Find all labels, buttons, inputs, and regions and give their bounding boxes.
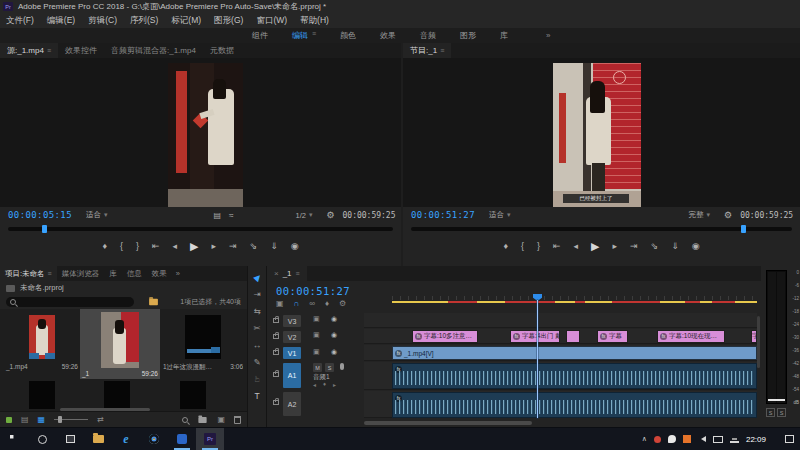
lock-icon[interactable] xyxy=(273,334,279,339)
item-name[interactable]: 1过年这浪漫翻… xyxy=(163,363,212,372)
program-timecode[interactable]: 00:00:51:27 xyxy=(411,210,475,220)
program-fit-dropdown[interactable]: 适合▾ xyxy=(489,210,511,220)
source-playhead[interactable] xyxy=(42,225,47,233)
workspace-menu-icon[interactable]: ≡ xyxy=(312,30,316,41)
source-scrubber[interactable] xyxy=(8,227,393,231)
eye-icon[interactable]: ◉ xyxy=(331,315,337,323)
tab-metadata[interactable]: 元数据 xyxy=(203,43,241,58)
search-input[interactable] xyxy=(6,297,134,307)
step-back-icon[interactable]: ◂ xyxy=(173,241,178,251)
new-item-icon[interactable]: ▣ xyxy=(217,415,225,424)
lock-icon[interactable] xyxy=(273,318,279,323)
volume-icon[interactable] xyxy=(698,436,706,442)
snap-icon[interactable]: ∩ xyxy=(294,299,300,308)
eye-icon[interactable]: ◉ xyxy=(331,348,337,356)
program-settings-wrench-icon[interactable]: ⚙ xyxy=(724,210,732,220)
menu-file[interactable]: 文件(F) xyxy=(6,15,34,27)
network-icon[interactable] xyxy=(730,436,739,443)
add-marker-icon[interactable]: ♦ xyxy=(503,241,508,251)
workspace-color[interactable]: 颜色 xyxy=(340,30,356,41)
menu-markers[interactable]: 标记(M) xyxy=(171,15,201,27)
hand-tool[interactable]: ☞ xyxy=(252,375,262,383)
subtitle-clip[interactable]: fx字幕 xyxy=(597,330,628,343)
panel-menu-icon[interactable]: ≡ xyxy=(47,47,51,54)
program-resolution-dropdown[interactable]: 完整▾ xyxy=(689,210,711,220)
go-to-out-icon[interactable]: ⇥ xyxy=(630,241,638,251)
source-zoom-dropdown[interactable]: 1/2▾ xyxy=(295,211,312,220)
menu-sequence[interactable]: 序列(S) xyxy=(130,15,158,27)
project-item[interactable]: _1.mp4 59:26 xyxy=(6,313,78,375)
lock-icon[interactable] xyxy=(273,372,279,377)
drag-audio-icon[interactable]: ≈ xyxy=(229,211,233,220)
sync-lock-icon[interactable]: ▣ xyxy=(313,331,320,339)
start-button[interactable] xyxy=(0,428,28,450)
cortana-search-button[interactable] xyxy=(28,428,56,450)
keyboard-input-icon[interactable] xyxy=(713,436,723,443)
sync-lock-icon[interactable]: ▣ xyxy=(313,348,320,356)
tray-chevron-icon[interactable]: ∧ xyxy=(642,435,647,443)
project-item-thumb[interactable] xyxy=(180,381,206,409)
bin-folder-icon[interactable] xyxy=(149,299,158,305)
subtitle-clip[interactable]: fx字幕:4出门 戴… xyxy=(510,330,560,343)
play-icon[interactable]: ▶ xyxy=(190,240,198,253)
program-scrubber[interactable] xyxy=(411,227,792,231)
premiere-taskbar-button[interactable]: Pr xyxy=(196,428,224,450)
tray-app-red-icon[interactable] xyxy=(654,436,661,443)
workspace-assembly[interactable]: 组件 xyxy=(252,30,268,41)
subtitle-clip[interactable]: fx字幕:10多注意… xyxy=(412,330,478,343)
workspace-audio[interactable]: 音频 xyxy=(420,30,436,41)
menu-edit[interactable]: 编辑(E) xyxy=(47,15,75,27)
timeline-settings-wrench-icon[interactable]: ⚙ xyxy=(339,299,346,308)
tab-program[interactable]: 节目:_1≡ xyxy=(403,43,451,58)
extract-icon[interactable]: ⇓ xyxy=(671,241,679,251)
tab-info[interactable]: 信息 xyxy=(122,266,147,281)
project-item-selected[interactable]: _1 59:26 xyxy=(80,309,160,379)
workspace-overflow-icon[interactable]: » xyxy=(546,31,550,40)
solo-left-button[interactable]: S xyxy=(766,408,775,417)
workspace-graphics[interactable]: 图形 xyxy=(460,30,476,41)
project-tab-overflow-icon[interactable]: » xyxy=(176,269,180,278)
new-bin-icon[interactable] xyxy=(199,417,207,423)
pen-tool[interactable]: ✎ xyxy=(253,357,260,367)
source-timecode[interactable]: 00:00:05:15 xyxy=(8,210,72,220)
timeline-playhead-line[interactable] xyxy=(537,300,538,418)
step-forward-icon[interactable]: ▸ xyxy=(212,241,217,251)
timeline-timecode[interactable]: 00:00:51:27 xyxy=(276,285,350,297)
automate-to-sequence-icon[interactable]: ⇄ xyxy=(97,415,104,424)
timeline-vscrollbar[interactable] xyxy=(757,316,760,368)
kf-next-icon[interactable]: ▸ xyxy=(333,381,336,388)
workspace-editing[interactable]: 编辑≡ xyxy=(292,30,316,41)
action-center-icon[interactable] xyxy=(785,435,794,443)
step-back-icon[interactable]: ◂ xyxy=(574,241,579,251)
mark-out-icon[interactable]: } xyxy=(537,241,540,251)
sync-lock-icon[interactable]: ▣ xyxy=(313,315,320,323)
panel-menu-icon[interactable]: ≡ xyxy=(48,270,52,277)
add-marker-icon[interactable]: ♦ xyxy=(325,299,329,308)
drag-video-icon[interactable]: ▤ xyxy=(214,211,222,220)
subtitle-clip[interactable]: fx字幕:10现在现… xyxy=(657,330,725,343)
menu-help[interactable]: 帮助(H) xyxy=(300,15,329,27)
file-explorer-button[interactable] xyxy=(84,428,112,450)
menu-clip[interactable]: 剪辑(C) xyxy=(88,15,117,27)
timeline-hscrollbar[interactable] xyxy=(364,421,532,425)
track-target-v3[interactable]: V3 xyxy=(283,315,301,327)
tab-effects[interactable]: 效果 xyxy=(147,266,172,281)
mark-out-icon[interactable]: } xyxy=(136,241,139,251)
export-frame-icon[interactable]: ◉ xyxy=(291,241,299,251)
razor-tool[interactable]: ✂ xyxy=(253,323,260,333)
subtitle-clip[interactable] xyxy=(566,330,580,343)
list-view-icon[interactable]: ▤ xyxy=(21,415,29,424)
video-clip-v1[interactable]: fx_1.mp4[V] xyxy=(392,346,757,360)
time-ruler[interactable] xyxy=(392,296,757,300)
item-name[interactable]: _1 xyxy=(82,370,89,377)
project-item-thumb[interactable] xyxy=(29,381,55,409)
lift-icon[interactable]: ⇘ xyxy=(651,241,659,251)
step-forward-icon[interactable]: ▸ xyxy=(613,241,618,251)
lock-icon[interactable] xyxy=(273,350,279,355)
nest-toggle-icon[interactable]: ▣ xyxy=(276,299,284,308)
clock[interactable]: 22:09 xyxy=(746,435,766,444)
workspace-libraries[interactable]: 库 xyxy=(500,30,508,41)
chrome-button[interactable] xyxy=(140,428,168,450)
track-target-a2[interactable]: A2 xyxy=(283,392,301,416)
project-writable-icon[interactable] xyxy=(6,417,12,423)
